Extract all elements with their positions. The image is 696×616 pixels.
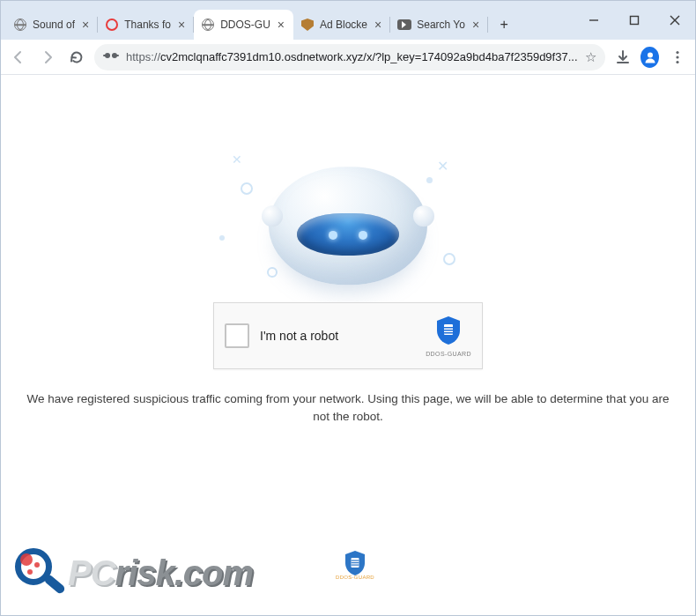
bookmark-button[interactable]: ☆ xyxy=(585,49,596,65)
reload-button[interactable] xyxy=(65,45,87,70)
watermark-text: PCrisk.com xyxy=(68,553,253,593)
window-controls xyxy=(574,1,695,40)
floating-shield-label: DDOS-GUARD xyxy=(336,575,374,580)
pcrisk-watermark: PCrisk.com xyxy=(15,548,253,597)
close-icon[interactable]: × xyxy=(373,19,383,31)
downloads-button[interactable] xyxy=(612,45,634,70)
close-icon[interactable]: × xyxy=(80,19,91,31)
svg-point-6 xyxy=(105,53,110,58)
svg-point-11 xyxy=(676,60,678,63)
tab-label: Sound of xyxy=(33,19,75,31)
shield-icon xyxy=(435,315,462,349)
svg-point-7 xyxy=(112,53,117,58)
close-window-button[interactable] xyxy=(655,5,695,35)
opera-icon xyxy=(105,18,119,32)
svg-point-8 xyxy=(648,52,653,57)
captcha-label: I'm not a robot xyxy=(260,329,415,343)
back-button[interactable] xyxy=(8,45,30,70)
close-icon[interactable]: × xyxy=(470,19,481,31)
tab-label: Search Yo xyxy=(417,19,465,31)
svg-rect-1 xyxy=(631,17,639,25)
youtube-icon xyxy=(397,18,411,32)
tab-ad-blocker[interactable]: Ad Blocke × xyxy=(293,10,390,40)
forward-button[interactable] xyxy=(37,45,59,70)
download-icon xyxy=(615,49,631,65)
tab-ddos-guard[interactable]: DDOS-GU × xyxy=(194,10,293,40)
svg-point-10 xyxy=(676,56,678,58)
url-path: cv2mclqnaffc7391dm10.osdnetwork.xyz/x/?l… xyxy=(160,50,578,63)
close-icon xyxy=(670,15,680,26)
tab-label: Thanks fo xyxy=(124,19,171,31)
shield-icon xyxy=(300,18,315,32)
close-icon[interactable]: × xyxy=(276,19,286,31)
svg-rect-13 xyxy=(444,327,453,329)
person-icon xyxy=(644,51,656,63)
tab-label: DDOS-GU xyxy=(220,19,270,31)
svg-rect-19 xyxy=(352,565,359,566)
reload-icon xyxy=(69,49,85,65)
site-settings-icon[interactable] xyxy=(103,49,119,64)
svg-rect-18 xyxy=(352,562,359,563)
arrow-right-icon xyxy=(40,49,56,65)
shield-icon xyxy=(344,550,367,576)
window-titlebar: Sound of × Thanks fo × DDOS-GU × Ad Bloc… xyxy=(1,1,695,40)
tab-label: Ad Blocke xyxy=(320,19,367,31)
maximize-icon xyxy=(629,15,640,26)
captcha-widget: I'm not a robot DDOS-GUARD xyxy=(213,302,483,369)
profile-avatar[interactable] xyxy=(640,47,659,68)
minimize-button[interactable] xyxy=(574,5,614,35)
close-icon[interactable]: × xyxy=(176,19,187,31)
globe-icon xyxy=(201,18,215,32)
minimize-icon xyxy=(589,15,599,26)
tab-thanks-for[interactable]: Thanks fo × xyxy=(98,10,194,40)
floating-shield-badge: DDOS-GUARD xyxy=(336,550,374,580)
tab-strip: Sound of × Thanks fo × DDOS-GU × Ad Bloc… xyxy=(1,1,574,40)
svg-rect-17 xyxy=(352,560,359,561)
maximize-button[interactable] xyxy=(614,5,655,35)
more-vertical-icon xyxy=(670,49,685,65)
arrow-left-icon xyxy=(11,49,26,65)
svg-rect-15 xyxy=(444,332,453,334)
url-scheme: https:// xyxy=(126,50,160,63)
captcha-brand: DDOS-GUARD xyxy=(426,315,471,357)
notice-text: We have registered suspicious traffic co… xyxy=(22,390,674,427)
page-viewport: ✕ ✕ I'm not a robot DDOS-GUARD We h xyxy=(1,75,695,615)
captcha-checkbox[interactable] xyxy=(225,323,249,348)
svg-point-9 xyxy=(676,50,678,53)
captcha-brand-label: DDOS-GUARD xyxy=(426,351,471,357)
url-text: https://cv2mclqnaffc7391dm10.osdnetwork.… xyxy=(126,50,578,63)
robot-head-icon xyxy=(269,167,427,285)
robot-illustration: ✕ ✕ xyxy=(225,147,471,323)
tab-search-youtube[interactable]: Search Yo × xyxy=(390,10,488,40)
new-tab-button[interactable]: + xyxy=(492,12,516,37)
magnifier-icon xyxy=(15,548,64,597)
kebab-menu-button[interactable] xyxy=(666,45,688,70)
address-bar[interactable]: https://cv2mclqnaffc7391dm10.osdnetwork.… xyxy=(94,44,605,71)
tab-sound-of[interactable]: Sound of × xyxy=(6,10,98,40)
globe-icon xyxy=(13,18,27,32)
toolbar: https://cv2mclqnaffc7391dm10.osdnetwork.… xyxy=(1,40,695,75)
svg-rect-14 xyxy=(444,330,453,331)
